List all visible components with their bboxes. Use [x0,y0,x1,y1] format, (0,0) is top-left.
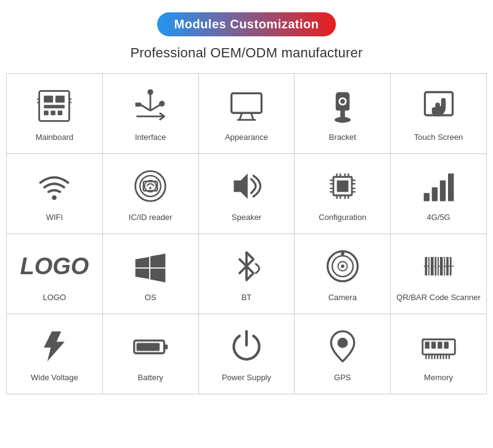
svg-rect-54 [439,181,445,202]
memory-icon [419,327,458,366]
logo-label: LOGO [43,292,67,303]
svg-rect-55 [448,174,454,202]
svg-point-25 [340,99,345,104]
cell-configuration: Configuration [295,154,391,234]
camera-label: Camera [328,292,357,303]
svg-point-32 [149,187,152,189]
bt-icon [227,246,266,286]
battery-label: Battery [138,372,163,383]
svg-rect-35 [336,181,348,192]
configuration-icon [323,166,362,206]
subtitle: Professional OEM/ODM manufacturer [130,45,362,61]
cell-bt: BT [199,234,295,314]
svg-rect-72 [165,345,168,350]
ic-id-reader-icon [131,166,170,206]
interface-icon [131,86,170,126]
svg-rect-73 [137,343,160,351]
speaker-icon [227,166,266,206]
svg-rect-4 [44,111,49,116]
memory-label: Memory [424,372,453,383]
os-icon [131,246,170,286]
battery-icon [131,327,170,366]
mainboard-label: Mainboard [36,132,73,143]
bt-label: BT [242,292,252,303]
interface-label: Interface [135,132,166,143]
svg-rect-80 [444,342,449,349]
bracket-label: Bracket [329,132,356,143]
svg-rect-18 [232,94,262,113]
svg-rect-2 [55,96,65,103]
svg-line-19 [240,113,242,120]
cell-qr-bar-code-scanner: QR/BAR Code Scanner [391,234,487,314]
cell-speaker: Speaker [199,154,295,234]
cell-appearance: Appearance [199,74,295,154]
cell-interface: Interface [103,74,199,154]
svg-rect-5 [51,111,56,116]
wifi-label: WIFI [46,212,63,223]
cell-os: OS [103,234,199,314]
svg-point-27 [52,195,57,200]
bracket-icon [323,86,362,126]
appearance-label: Appearance [225,132,268,143]
configuration-label: Configuration [319,212,366,223]
gps-label: GPS [334,372,351,383]
svg-line-20 [251,113,253,120]
camera-icon [323,246,362,286]
wide-voltage-label: Wide Voltage [31,372,78,383]
svg-rect-1 [44,96,54,103]
touch-screen-label: Touch Screen [414,132,463,143]
4g-5g-icon [419,166,458,206]
svg-rect-79 [438,342,442,349]
cell-ic-id-reader: IC/ID reader [103,154,199,234]
svg-rect-77 [425,342,430,349]
4g-5g-label: 4G/5G [426,212,450,223]
cell-memory: Memory [391,314,487,394]
cell-battery: Battery [103,314,199,394]
svg-rect-3 [44,105,65,109]
cell-power-supply: Power Supply [199,314,295,394]
cell-touch-screen: Touch Screen [391,74,487,154]
svg-point-60 [341,252,344,256]
cell-mainboard: Mainboard [7,74,103,154]
svg-point-75 [337,338,348,348]
speaker-label: Speaker [232,212,261,223]
svg-point-59 [341,265,344,269]
cell-camera: Camera [295,234,391,314]
appearance-icon [227,86,266,126]
svg-marker-33 [234,174,248,199]
power-supply-icon [227,327,266,366]
svg-point-14 [148,89,153,95]
qr-bar-code-scanner-icon [419,246,458,286]
power-supply-label: Power Supply [222,372,271,383]
mainboard-icon [35,86,74,126]
svg-rect-15 [136,103,141,107]
touch-screen-icon [419,86,458,126]
cell-logo: LOGO LOGO [7,234,103,314]
os-label: OS [145,292,157,303]
cell-wide-voltage: Wide Voltage [7,314,103,394]
svg-rect-78 [431,342,436,349]
modules-grid: Mainboard Interface [6,73,487,394]
svg-rect-52 [423,193,429,202]
cell-4g-5g: 4G/5G [391,154,487,234]
wifi-icon [35,166,74,206]
svg-rect-53 [431,187,437,202]
gps-icon [323,327,362,366]
wide-voltage-icon [35,327,74,366]
svg-point-16 [159,101,165,107]
cell-gps: GPS [295,314,391,394]
header-badge: Modules Customization [157,12,336,36]
logo-icon: LOGO [30,246,79,286]
logo-text: LOGO [20,253,89,280]
cell-wifi: WIFI [7,154,103,234]
svg-rect-6 [58,111,63,116]
ic-id-reader-label: IC/ID reader [129,212,173,223]
cell-bracket: Bracket [295,74,391,154]
qr-bar-code-scanner-label: QR/BAR Code Scanner [396,292,481,303]
